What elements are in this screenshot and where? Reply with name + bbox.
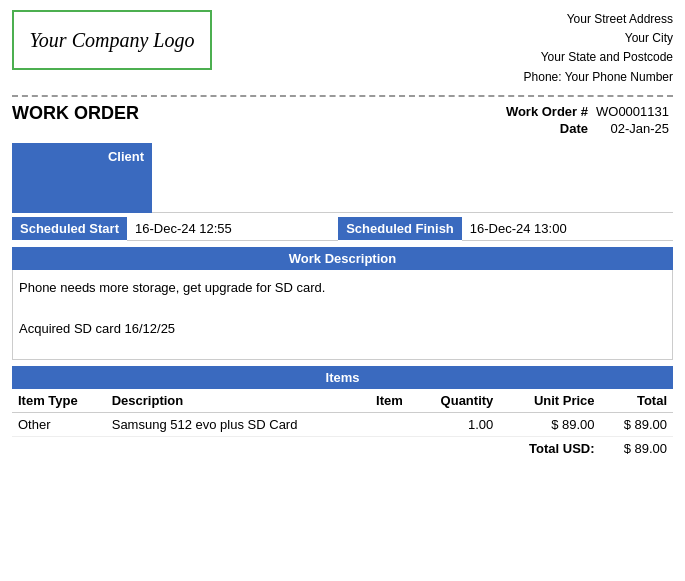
wo-date-label: Date (502, 120, 592, 137)
col-item-type: Item Type (12, 389, 106, 413)
cell-item (364, 412, 415, 436)
col-quantity: Quantity (415, 389, 500, 413)
wo-title: WORK ORDER (12, 103, 139, 124)
company-address: Your Street Address Your City Your State… (524, 10, 673, 87)
scheduled-start-label: Scheduled Start (12, 217, 127, 240)
scheduled-start-value: 16-Dec-24 12:55 (127, 217, 338, 241)
table-row: Other Samsung 512 evo plus SD Card 1.00 … (12, 412, 673, 436)
total-spacer (12, 436, 499, 460)
work-desc-line1: Phone needs more storage, get upgrade fo… (19, 278, 666, 299)
total-usd-label: Total USD: (499, 436, 600, 460)
work-description-header: Work Description (12, 247, 673, 270)
work-description-body: Phone needs more storage, get upgrade fo… (12, 270, 673, 360)
page: Your Company Logo Your Street Address Yo… (0, 0, 685, 470)
items-table: Item Type Description Item Quantity Unit… (12, 389, 673, 460)
wo-meta: Work Order # WO0001131 Date 02-Jan-25 (502, 103, 673, 137)
cell-item-type: Other (12, 412, 106, 436)
col-unit-price: Unit Price (499, 389, 600, 413)
scheduled-finish-value: 16-Dec-24 13:00 (462, 217, 673, 241)
schedule-row: Scheduled Start 16-Dec-24 12:55 Schedule… (12, 217, 673, 241)
wo-date-value: 02-Jan-25 (592, 120, 673, 137)
wo-number-value: WO0001131 (592, 103, 673, 120)
wo-title-row: WORK ORDER Work Order # WO0001131 Date 0… (12, 103, 673, 137)
client-section: Client (12, 143, 673, 213)
scheduled-finish-label: Scheduled Finish (338, 217, 462, 240)
address-line3: Your State and Postcode (524, 48, 673, 67)
address-line4: Phone: Your Phone Number (524, 68, 673, 87)
client-label: Client (12, 143, 152, 213)
cell-description: Samsung 512 evo plus SD Card (106, 412, 364, 436)
header-divider (12, 95, 673, 97)
logo-box: Your Company Logo (12, 10, 212, 70)
col-item: Item (364, 389, 415, 413)
address-line2: Your City (524, 29, 673, 48)
cell-unit-price: $ 89.00 (499, 412, 600, 436)
work-desc-line3: Acquired SD card 16/12/25 (19, 319, 666, 340)
cell-quantity: 1.00 (415, 412, 500, 436)
items-header: Items (12, 366, 673, 389)
address-line1: Your Street Address (524, 10, 673, 29)
client-data (152, 143, 673, 213)
col-description: Description (106, 389, 364, 413)
total-usd-value: $ 89.00 (601, 436, 673, 460)
logo-text: Your Company Logo (30, 29, 195, 52)
header: Your Company Logo Your Street Address Yo… (12, 10, 673, 87)
cell-total: $ 89.00 (601, 412, 673, 436)
wo-number-label: Work Order # (502, 103, 592, 120)
col-total: Total (601, 389, 673, 413)
